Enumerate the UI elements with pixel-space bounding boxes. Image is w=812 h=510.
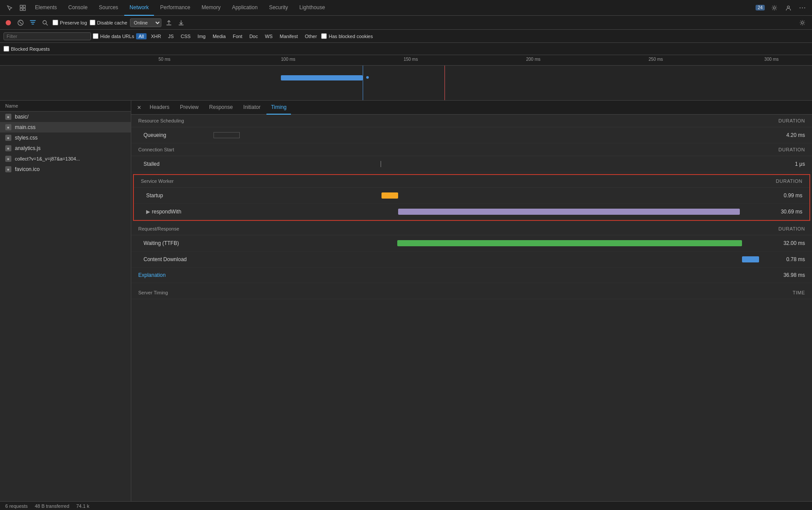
file-item-favicon[interactable]: ■ favicon.ico	[0, 164, 131, 175]
file-item-label: styles.css	[15, 135, 38, 141]
content-download-bar	[742, 256, 759, 262]
timing-panel: ✕ Headers Preview Response Initiator Tim…	[131, 101, 812, 510]
preserve-log-toggle[interactable]: Preserve log	[52, 20, 87, 25]
tab-elements[interactable]: Elements	[30, 0, 62, 16]
main-area: Name ■ basic/ ■ main.css ■ styles.css ■ …	[0, 101, 812, 510]
section-header-request-response: Request/Response DURATION	[131, 223, 812, 235]
duration-label: DURATION	[778, 118, 805, 123]
row-label-content-download: Content Download	[144, 256, 214, 262]
duration-label: DURATION	[776, 178, 802, 184]
filter-type-media[interactable]: Media	[210, 33, 228, 39]
section-title: Resource Scheduling	[138, 118, 778, 123]
tab-sources[interactable]: Sources	[94, 0, 123, 16]
network-settings-icon[interactable]	[796, 17, 808, 29]
tab-console[interactable]: Console	[63, 0, 93, 16]
disable-cache-toggle[interactable]: Disable cache	[90, 20, 127, 25]
content-download-bar-area	[214, 254, 770, 265]
filter-type-font[interactable]: Font	[230, 33, 245, 39]
filter-type-js[interactable]: JS	[165, 33, 176, 39]
tab-initiator[interactable]: Initiator	[239, 101, 265, 115]
stalled-duration: 1 μs	[770, 161, 805, 167]
blocked-requests-toggle[interactable]: Blocked Requests	[4, 46, 50, 52]
filter-type-ws[interactable]: WS	[262, 33, 275, 39]
filter-bar: Hide data URLs All XHR JS CSS Img Media …	[0, 30, 812, 43]
explanation-link[interactable]: Explanation	[138, 272, 166, 278]
filter-type-other[interactable]: Other	[302, 33, 320, 39]
status-bar: 6 requests 48 B transferred 74.1 k	[0, 501, 812, 510]
filter-type-css[interactable]: CSS	[178, 33, 193, 39]
tab-network[interactable]: Network	[124, 0, 154, 16]
tab-lighthouse[interactable]: Lighthouse	[294, 0, 330, 16]
clear-button[interactable]	[16, 18, 25, 28]
waterfall-blue-line	[363, 66, 363, 100]
explanation-row: Explanation 36.98 ms	[131, 268, 812, 283]
network-toolbar: Preserve log Disable cache Online Fast 3…	[0, 16, 812, 30]
svg-rect-2	[20, 8, 22, 10]
svg-line-9	[46, 24, 48, 25]
section-title: Request/Response	[138, 226, 778, 231]
filter-type-doc[interactable]: Doc	[247, 33, 261, 39]
timeline-waterfall	[0, 66, 812, 101]
section-title: Service Worker	[141, 178, 776, 184]
inspect-icon[interactable]	[17, 2, 29, 14]
mark-100ms: 100 ms	[281, 57, 295, 62]
svg-point-8	[43, 21, 46, 24]
filter-type-manifest[interactable]: Manifest	[277, 33, 301, 39]
tab-response[interactable]: Response	[205, 101, 237, 115]
more-icon[interactable]: ⋯	[796, 2, 808, 14]
badge-count: 24	[756, 5, 765, 10]
file-item-label: analytics.js	[15, 145, 41, 151]
queueing-duration: 4.20 ms	[770, 132, 805, 138]
devtools-tab-bar: Elements Console Sources Network Perform…	[0, 0, 812, 16]
close-panel-button[interactable]: ✕	[135, 103, 144, 112]
tab-security[interactable]: Security	[264, 0, 293, 16]
respond-with-bar	[398, 209, 740, 215]
file-icon: ■	[5, 166, 11, 172]
file-item-analytics-js[interactable]: ■ analytics.js	[0, 143, 131, 154]
tab-application[interactable]: Application	[227, 0, 263, 16]
record-button[interactable]	[4, 18, 13, 28]
blocked-requests-bar: Blocked Requests	[0, 43, 812, 55]
filter-toggle-button[interactable]	[28, 18, 38, 28]
timing-row-ttfb: Waiting (TTFB) 32.00 ms	[131, 235, 812, 252]
file-item-styles-css[interactable]: ■ styles.css	[0, 133, 131, 143]
timeline-header: 50 ms 100 ms 150 ms 200 ms 250 ms 300 ms	[0, 55, 812, 66]
server-timing-col-label: TIME	[793, 290, 805, 295]
timing-row-queueing: Queueing 4.20 ms	[131, 127, 812, 143]
filter-input[interactable]	[4, 32, 91, 40]
timing-row-startup: Startup 0.99 ms	[134, 188, 809, 204]
filter-type-xhr[interactable]: XHR	[148, 33, 164, 39]
mark-300ms: 300 ms	[764, 57, 779, 62]
stalled-bar-area	[214, 159, 770, 169]
throttle-select[interactable]: Online Fast 3G Slow 3G Offline	[130, 18, 161, 27]
expand-arrow-icon[interactable]: ▶	[146, 209, 150, 215]
file-icon: ■	[5, 114, 11, 120]
search-button[interactable]	[40, 18, 50, 28]
tab-memory[interactable]: Memory	[196, 0, 226, 16]
svg-rect-3	[23, 8, 25, 10]
section-header-service-worker: Service Worker DURATION	[134, 175, 809, 188]
transferred-size: 48 B transferred	[35, 503, 69, 509]
mark-250ms: 250 ms	[649, 57, 663, 62]
tab-headers[interactable]: Headers	[145, 101, 174, 115]
upload-icon	[164, 18, 174, 28]
settings-icon[interactable]	[768, 2, 780, 14]
svg-rect-0	[20, 5, 22, 7]
timing-row-content-download: Content Download 0.78 ms	[131, 252, 812, 268]
filter-type-all[interactable]: All	[136, 33, 147, 39]
file-item-basic[interactable]: ■ basic/	[0, 112, 131, 122]
hide-data-urls-toggle[interactable]: Hide data URLs	[93, 33, 134, 39]
file-item-collect[interactable]: ■ collect?v=1&_v=j87&a=1304...	[0, 154, 131, 164]
has-blocked-cookies-toggle[interactable]: Has blocked cookies	[321, 33, 373, 39]
waterfall-blue-bar	[281, 75, 363, 80]
tab-timing[interactable]: Timing	[266, 101, 291, 115]
user-icon[interactable]	[782, 2, 794, 14]
tab-performance[interactable]: Performance	[155, 0, 196, 16]
tab-preview[interactable]: Preview	[175, 101, 203, 115]
cursor-icon[interactable]	[4, 2, 16, 14]
file-item-main-css[interactable]: ■ main.css	[0, 122, 131, 133]
mark-150ms: 150 ms	[403, 57, 418, 62]
file-list-header: Name	[0, 101, 131, 112]
queueing-bar	[214, 132, 240, 138]
filter-type-img[interactable]: Img	[195, 33, 208, 39]
